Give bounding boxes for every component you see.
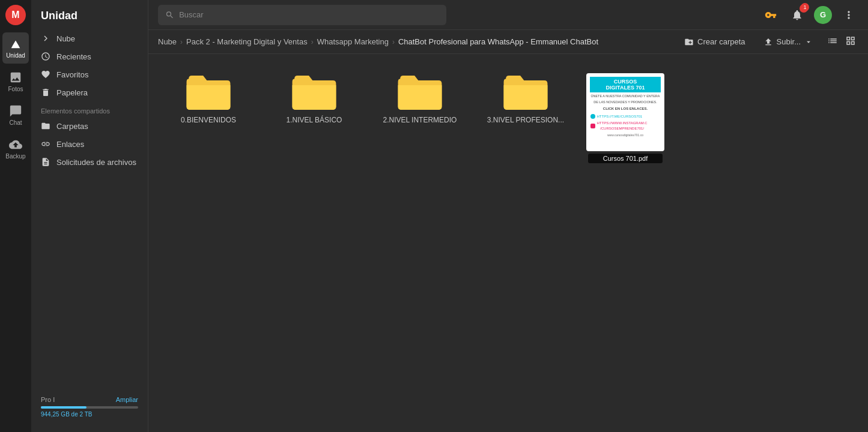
heart-icon xyxy=(41,70,50,79)
pdf-header-line2: DIGITALES 701 xyxy=(592,85,659,91)
pdf-footer: www.cursosdigitales701.co xyxy=(590,133,660,137)
link-icon xyxy=(41,139,50,149)
folder-icon-3 xyxy=(396,73,444,112)
upload-button[interactable]: Subir... xyxy=(757,34,819,50)
photos-icon xyxy=(9,71,22,84)
create-folder-button[interactable]: Crear carpeta xyxy=(678,34,751,50)
sidebar-nav-enlaces[interactable]: Enlaces xyxy=(31,135,148,153)
papelera-label: Papelera xyxy=(56,88,88,97)
storage-info: 944,25 GB de 2 TB xyxy=(41,411,138,418)
main-area: 1 G Nube › Pack 2 - Marketing Digital y … xyxy=(148,0,868,432)
key-icon xyxy=(765,9,777,21)
grid-view-icon xyxy=(845,35,856,46)
topbar-right: 1 G xyxy=(761,5,858,25)
file-item-folder2[interactable]: 1.NIVEL BÁSICO xyxy=(266,66,362,168)
list-view-icon xyxy=(827,35,838,46)
sidebar-nav-solicitudes[interactable]: Solicitudes de archivos xyxy=(31,153,148,171)
nube-label: Nube xyxy=(56,34,75,43)
breadcrumb-current: ChatBot Profesional para WhatsApp - Emma… xyxy=(398,37,598,46)
pdf-body-line1: ÚNETE A NUESTRA COMUNIDAD Y ENTERA xyxy=(590,94,660,99)
file-item-folder4[interactable]: 3.NIVEL PROFESION... xyxy=(478,66,574,168)
storage-used: 944,25 GB xyxy=(41,411,70,418)
key-icon-button[interactable] xyxy=(761,5,780,25)
storage-plan-label: Pro I xyxy=(41,396,55,403)
backup-label: Backup xyxy=(5,153,25,160)
chat-label: Chat xyxy=(9,119,22,126)
sidebar-item-fotos[interactable]: Fotos xyxy=(2,66,29,97)
user-profile-avatar[interactable]: G xyxy=(814,6,832,24)
file-name-folder3: 2.NIVEL INTERMEDIO xyxy=(383,116,457,124)
breadcrumb-sep-2: › xyxy=(311,38,314,46)
file-item-folder3[interactable]: 2.NIVEL INTERMEDIO xyxy=(372,66,468,168)
file-name-folder2: 1.NIVEL BÁSICO xyxy=(287,116,342,124)
sidebar-nav-carpetas[interactable]: Carpetas xyxy=(31,117,148,135)
pdf-body-line2: DE LAS NOVEDADES Y PROMOCIONES. xyxy=(590,100,660,105)
file-item-pdf1[interactable]: CURSOS DIGITALES 701 ÚNETE A NUESTRA COM… xyxy=(583,66,667,168)
dropdown-chevron-icon xyxy=(804,38,813,46)
sidebar-title: Unidad xyxy=(31,7,148,29)
backup-icon xyxy=(9,138,22,151)
trash-icon xyxy=(41,88,50,97)
search-box[interactable] xyxy=(158,5,446,25)
sidebar-nav-favoritos[interactable]: Favoritos xyxy=(31,65,148,83)
sidebar-item-backup[interactable]: Backup xyxy=(2,133,29,164)
telegram-icon-dot xyxy=(590,114,595,119)
sidebar-footer: Pro I Ampliar 944,25 GB de 2 TB xyxy=(31,389,148,425)
pdf-thumbnail: CURSOS DIGITALES 701 ÚNETE A NUESTRA COM… xyxy=(586,73,664,151)
carpetas-label: Carpetas xyxy=(56,122,88,131)
add-folder-icon xyxy=(684,37,694,47)
folder-svg-4 xyxy=(502,73,550,112)
topbar: 1 G xyxy=(148,0,868,30)
sidebar-nav-recientes[interactable]: Recientes xyxy=(31,47,148,65)
avatar-initial: G xyxy=(820,10,826,19)
breadcrumb-sep-1: › xyxy=(180,38,183,46)
unidad-label: Unidad xyxy=(6,52,25,59)
favoritos-label: Favoritos xyxy=(56,70,88,79)
storage-bar-bg xyxy=(41,406,138,409)
user-avatar-icon[interactable]: M xyxy=(5,5,26,25)
breadcrumb-sep-3: › xyxy=(392,38,395,46)
sidebar-nav-papelera[interactable]: Papelera xyxy=(31,83,148,101)
folder-icon-4 xyxy=(502,73,550,112)
breadcrumb-whatsapp[interactable]: Whatsapp Marketing xyxy=(317,37,389,46)
sidebar-nav-nube[interactable]: Nube xyxy=(31,29,148,47)
search-icon xyxy=(165,10,174,20)
folders-icon xyxy=(41,121,50,131)
create-folder-label: Crear carpeta xyxy=(697,37,745,46)
file-grid: 0.BIENVENIDOS 1.NIVEL BÁSICO 2.NIVEL INT… xyxy=(148,54,868,432)
file-name-folder4: 3.NIVEL PROFESION... xyxy=(487,116,564,124)
folder-icon-1 xyxy=(184,73,232,112)
pdf-telegram: HTTPS://T.ME/CURSOS701 xyxy=(596,114,642,119)
breadcrumb-pack2[interactable]: Pack 2 - Marketing Digital y Ventas xyxy=(186,37,308,46)
folder-svg-2 xyxy=(290,73,338,112)
shared-section-label: Elementos compartidos xyxy=(31,101,148,117)
sidebar-item-chat[interactable]: Chat xyxy=(2,100,29,131)
file-request-icon xyxy=(41,157,50,167)
notification-count: 1 xyxy=(800,4,808,13)
cloud-icon xyxy=(41,34,50,43)
view-toggle xyxy=(825,33,858,50)
fotos-label: Fotos xyxy=(8,86,23,92)
instagram-icon-dot xyxy=(590,124,595,128)
search-input[interactable] xyxy=(179,10,439,19)
file-item-folder1[interactable]: 0.BIENVENIDOS xyxy=(160,66,256,168)
folder-svg-1 xyxy=(184,73,232,112)
list-view-button[interactable] xyxy=(825,33,840,50)
storage-bar-fill xyxy=(41,406,86,409)
upload-icon xyxy=(763,37,773,47)
enlaces-label: Enlaces xyxy=(56,140,84,149)
breadcrumb-nube[interactable]: Nube xyxy=(158,37,177,46)
pdf-header-line1: CURSOS xyxy=(592,79,659,85)
folder-svg-3 xyxy=(396,73,444,112)
more-options-button[interactable] xyxy=(839,5,858,25)
storage-upgrade-button[interactable]: Ampliar xyxy=(116,396,138,403)
drive-icon xyxy=(9,37,22,50)
notification-bell-button[interactable]: 1 xyxy=(788,5,807,25)
pdf-instagram2: /CURSOSEMPRENDE701/ xyxy=(596,126,647,131)
pdf-file-name: Cursos 701.pdf xyxy=(588,154,663,163)
pdf-header: CURSOS DIGITALES 701 xyxy=(590,77,661,92)
sidebar-item-unidad[interactable]: Unidad xyxy=(2,32,29,64)
pdf-cta: CLICK EN LOS ENLACES. xyxy=(590,106,660,111)
grid-view-button[interactable] xyxy=(843,33,858,50)
upload-label: Subir... xyxy=(777,37,801,46)
